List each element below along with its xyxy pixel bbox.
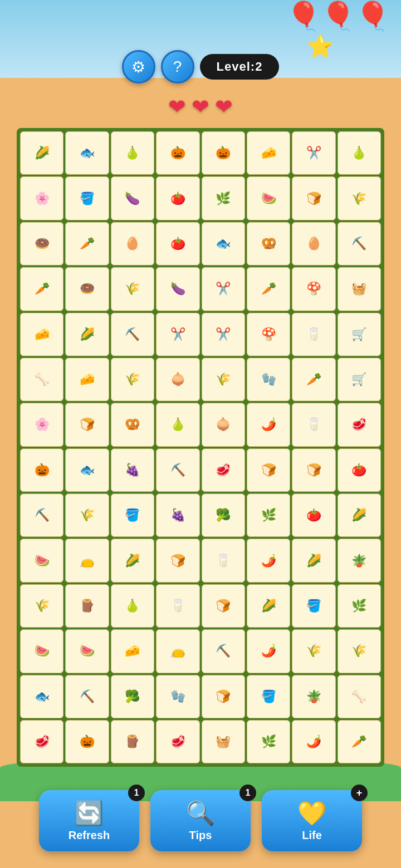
tile-cell[interactable]: 🌸: [20, 403, 63, 446]
tile-cell[interactable]: 🧀: [20, 313, 63, 356]
tile-cell[interactable]: 🌶️: [247, 629, 290, 673]
tile-cell[interactable]: 🌾: [338, 176, 381, 220]
tile-cell[interactable]: 🦴: [20, 358, 63, 401]
tile-cell[interactable]: 🌽: [111, 539, 154, 582]
tile-cell[interactable]: 🍐: [111, 584, 154, 628]
tile-cell[interactable]: 🥨: [247, 222, 290, 265]
tile-cell[interactable]: 🥕: [65, 222, 109, 265]
tile-cell[interactable]: 🍐: [111, 131, 154, 175]
settings-button[interactable]: ⚙: [122, 50, 155, 83]
tile-cell[interactable]: 🪵: [111, 720, 154, 763]
tile-cell[interactable]: 🧅: [156, 358, 199, 401]
tile-cell[interactable]: 🥛: [202, 539, 245, 582]
tile-cell[interactable]: 🥨: [111, 403, 154, 446]
tile-cell[interactable]: 🍇: [111, 448, 154, 492]
tile-cell[interactable]: ✂️: [156, 313, 199, 356]
tile-cell[interactable]: 🌶️: [247, 403, 290, 446]
tile-cell[interactable]: 🍞: [292, 176, 335, 220]
tile-cell[interactable]: 🥩: [20, 720, 63, 763]
tile-cell[interactable]: 🍄: [247, 313, 290, 356]
tile-cell[interactable]: ⛏️: [20, 494, 63, 537]
tile-cell[interactable]: 🍞: [202, 675, 245, 718]
tile-cell[interactable]: 🌽: [20, 131, 63, 175]
tile-cell[interactable]: 🍞: [292, 448, 335, 492]
tile-cell[interactable]: ⛏️: [202, 629, 245, 673]
tile-cell[interactable]: 🧤: [156, 675, 199, 718]
tile-cell[interactable]: 🍐: [338, 131, 381, 175]
tile-cell[interactable]: 🍞: [247, 448, 290, 492]
tile-cell[interactable]: 🪣: [65, 176, 109, 220]
tile-cell[interactable]: 🐟: [202, 222, 245, 265]
tile-cell[interactable]: 🌽: [247, 584, 290, 628]
tile-cell[interactable]: 🐟: [20, 675, 63, 718]
tile-cell[interactable]: 🧀: [247, 131, 290, 175]
tile-cell[interactable]: 🥕: [292, 358, 335, 401]
tile-cell[interactable]: 🍩: [65, 267, 109, 310]
tile-cell[interactable]: ✂️: [202, 313, 245, 356]
tile-cell[interactable]: ✂️: [202, 267, 245, 310]
tile-cell[interactable]: ✂️: [292, 131, 335, 175]
tile-cell[interactable]: 🪣: [247, 675, 290, 718]
tile-cell[interactable]: 🌾: [65, 494, 109, 537]
tile-cell[interactable]: 🌿: [338, 584, 381, 628]
tile-cell[interactable]: 🎃: [65, 720, 109, 763]
tile-cell[interactable]: 🪴: [292, 675, 335, 718]
tile-cell[interactable]: 👝: [65, 539, 109, 582]
tile-cell[interactable]: 🍉: [20, 539, 63, 582]
tile-cell[interactable]: 🌶️: [247, 539, 290, 582]
tile-cell[interactable]: 🥩: [202, 448, 245, 492]
tile-cell[interactable]: 🧺: [202, 720, 245, 763]
tile-cell[interactable]: 🥚: [111, 222, 154, 265]
tile-cell[interactable]: 🛒: [338, 313, 381, 356]
help-button[interactable]: ?: [161, 50, 194, 83]
tile-cell[interactable]: 🍇: [156, 494, 199, 537]
tile-cell[interactable]: 🌾: [111, 267, 154, 310]
tile-cell[interactable]: ⛏️: [156, 448, 199, 492]
tile-cell[interactable]: 🧅: [202, 403, 245, 446]
tips-button[interactable]: 1 🔍 Tips: [150, 790, 251, 851]
tile-cell[interactable]: 🍅: [156, 176, 199, 220]
tile-cell[interactable]: 🌾: [202, 358, 245, 401]
tile-cell[interactable]: 🥕: [20, 267, 63, 310]
tile-cell[interactable]: 🍅: [292, 494, 335, 537]
tile-cell[interactable]: 🧺: [338, 267, 381, 310]
tile-cell[interactable]: 🌶️: [292, 720, 335, 763]
tile-cell[interactable]: 🥦: [202, 494, 245, 537]
tile-cell[interactable]: 🍅: [338, 448, 381, 492]
tile-cell[interactable]: 🥩: [338, 403, 381, 446]
tile-cell[interactable]: 🍉: [20, 629, 63, 673]
tile-cell[interactable]: 🍉: [247, 176, 290, 220]
tile-cell[interactable]: 🥛: [156, 584, 199, 628]
tile-cell[interactable]: 🥛: [292, 313, 335, 356]
tile-cell[interactable]: 🥚: [292, 222, 335, 265]
tile-cell[interactable]: 🍞: [156, 539, 199, 582]
tile-cell[interactable]: 🐟: [65, 131, 109, 175]
tile-cell[interactable]: 🍩: [20, 222, 63, 265]
tile-cell[interactable]: 🪣: [292, 584, 335, 628]
tile-cell[interactable]: 🌾: [338, 629, 381, 673]
tile-cell[interactable]: 🥛: [292, 403, 335, 446]
tile-cell[interactable]: 🌿: [247, 720, 290, 763]
tile-cell[interactable]: 🌾: [20, 584, 63, 628]
tile-cell[interactable]: 👝: [156, 629, 199, 673]
tile-cell[interactable]: 🌽: [292, 539, 335, 582]
tile-cell[interactable]: ⛏️: [111, 313, 154, 356]
tile-cell[interactable]: 🎃: [20, 448, 63, 492]
tile-cell[interactable]: 🧤: [247, 358, 290, 401]
tile-cell[interactable]: 🍐: [156, 403, 199, 446]
tile-cell[interactable]: 🪴: [338, 539, 381, 582]
tile-cell[interactable]: 🥩: [156, 720, 199, 763]
tile-cell[interactable]: 🥕: [338, 720, 381, 763]
tile-cell[interactable]: 🪣: [111, 494, 154, 537]
tile-cell[interactable]: 🌾: [292, 629, 335, 673]
tile-cell[interactable]: 🎃: [202, 131, 245, 175]
tile-cell[interactable]: ⛏️: [338, 222, 381, 265]
tile-cell[interactable]: 🧀: [65, 358, 109, 401]
tile-cell[interactable]: 🥦: [111, 675, 154, 718]
tile-cell[interactable]: 🦴: [338, 675, 381, 718]
tile-cell[interactable]: 🍆: [156, 267, 199, 310]
tile-cell[interactable]: 🌽: [65, 313, 109, 356]
tile-cell[interactable]: ⛏️: [65, 675, 109, 718]
tile-cell[interactable]: 🍄: [292, 267, 335, 310]
tile-cell[interactable]: 🥕: [247, 267, 290, 310]
